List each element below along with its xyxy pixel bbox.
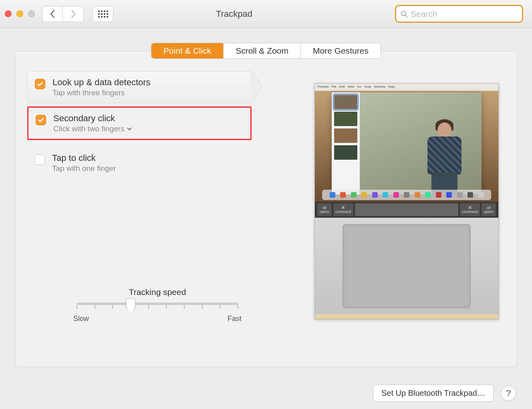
slider-max-label: Fast <box>228 315 242 323</box>
help-button[interactable]: ? <box>501 386 516 401</box>
trackpad-prefs-window: Trackpad Point & Click Scroll & Zoom Mor… <box>0 0 532 409</box>
key-command-left: ⌘command <box>333 203 353 216</box>
content-panel: Look up & data detectors Tap with three … <box>15 51 517 367</box>
options-list: Look up & data detectors Tap with three … <box>27 71 252 178</box>
preview-thumb <box>334 145 357 160</box>
option-subtitle: Tap with one finger <box>52 164 116 173</box>
slider-thumb[interactable] <box>126 299 135 310</box>
key-option-left: altoption <box>317 203 332 216</box>
option-tap-to-click[interactable]: Tap to click Tap with one finger <box>27 147 252 178</box>
preview-thumb <box>334 95 357 109</box>
preview-dock <box>322 190 491 200</box>
preview-thumb-sidebar <box>332 92 360 194</box>
key-command-right: ⌘command <box>460 203 480 216</box>
option-title: Tap to click <box>52 153 116 163</box>
tab-point-click[interactable]: Point & Click <box>151 43 223 58</box>
close-window-button[interactable] <box>5 10 12 17</box>
checkbox-secondary-click[interactable] <box>36 115 46 125</box>
chevron-down-icon <box>127 126 132 132</box>
option-secondary-click[interactable]: Secondary click Click with two fingers <box>27 106 252 140</box>
option-subtitle-text: Click with two fingers <box>53 124 124 133</box>
preview-thumb <box>334 112 357 126</box>
preview-trackpad-body <box>315 218 498 314</box>
zoom-window-button[interactable] <box>28 10 35 17</box>
preview-app-window <box>332 92 482 194</box>
search-input[interactable] <box>411 9 518 19</box>
checkmark-icon <box>36 80 44 88</box>
option-title: Look up & data detectors <box>52 77 151 88</box>
slider-ticks <box>77 305 238 309</box>
tab-bar: Point & Click Scroll & Zoom More Gesture… <box>0 43 532 58</box>
back-button[interactable] <box>42 6 63 22</box>
option-subtitle: Tap with three fingers <box>52 88 151 97</box>
window-controls <box>5 10 35 17</box>
search-icon <box>400 10 408 18</box>
tracking-speed-section: Tracking speed Slow Fast <box>73 287 242 323</box>
preview-screen: Preview File Edit View Go Tools Window H… <box>315 84 498 202</box>
window-title: Trackpad <box>73 9 395 19</box>
preview-keyboard: altoption ⌘command ⌘command altoption <box>315 202 498 218</box>
checkbox-lookup[interactable] <box>35 79 45 89</box>
preview-trackpad-surface <box>343 224 471 308</box>
option-title: Secondary click <box>53 113 132 124</box>
preview-thumb <box>334 128 357 143</box>
svg-line-1 <box>405 15 407 17</box>
tracking-speed-slider[interactable] <box>77 303 238 305</box>
preview-main-image <box>360 92 482 194</box>
tracking-speed-label: Tracking speed <box>73 287 242 297</box>
key-space <box>355 203 459 216</box>
checkmark-icon <box>37 116 44 124</box>
chevron-left-icon <box>50 10 55 18</box>
key-option-right: altoption <box>482 203 496 216</box>
slider-min-label: Slow <box>73 315 89 323</box>
setup-bluetooth-trackpad-button[interactable]: Set Up Bluetooth Trackpad… <box>373 385 494 402</box>
tab-scroll-zoom[interactable]: Scroll & Zoom <box>223 43 300 58</box>
preview-menubar: Preview File Edit View Go Tools Window H… <box>315 84 498 91</box>
gesture-preview: Preview File Edit View Go Tools Window H… <box>314 83 499 319</box>
title-bar: Trackpad <box>0 0 532 28</box>
preview-desk <box>315 314 498 319</box>
minimize-window-button[interactable] <box>16 10 23 17</box>
option-subtitle-dropdown[interactable]: Click with two fingers <box>53 124 132 133</box>
search-field-wrap[interactable] <box>395 5 523 23</box>
tab-more-gestures[interactable]: More Gestures <box>300 43 381 58</box>
checkbox-tap-to-click[interactable] <box>34 154 45 165</box>
footer-buttons: Set Up Bluetooth Trackpad… ? <box>373 385 516 402</box>
option-lookup-data-detectors[interactable]: Look up & data detectors Tap with three … <box>27 71 252 103</box>
